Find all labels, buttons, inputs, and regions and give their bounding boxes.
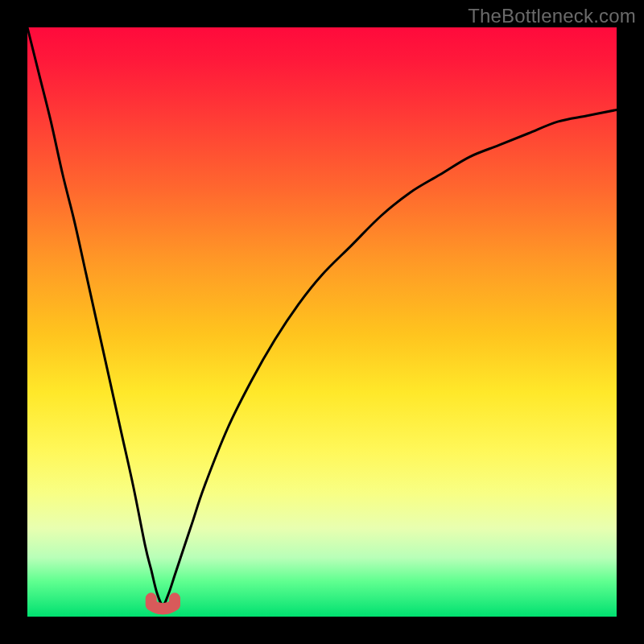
plot-area xyxy=(27,27,617,617)
chart-frame: TheBottleneck.com xyxy=(0,0,644,644)
watermark-text: TheBottleneck.com xyxy=(468,5,636,27)
bottleneck-curve xyxy=(27,27,617,605)
min-marker xyxy=(151,598,175,609)
curve-svg xyxy=(27,27,617,617)
